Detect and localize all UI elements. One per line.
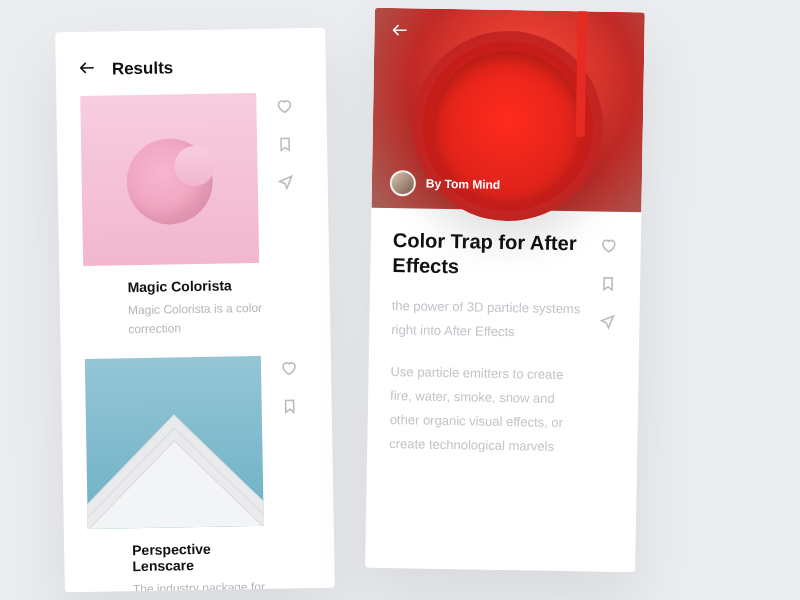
results-header: Results [55, 28, 326, 97]
article-body: Use particle emitters to create fire, wa… [389, 360, 583, 460]
article-hero: By Tom Mind [371, 8, 644, 213]
avatar [390, 170, 416, 196]
action-rail [274, 92, 303, 592]
action-rail [595, 232, 619, 461]
back-button[interactable] [392, 22, 408, 42]
building-image [85, 414, 264, 529]
back-button[interactable] [80, 60, 96, 80]
article-screen: By Tom Mind Color Trap for After Effects… [365, 8, 645, 573]
macaron-image [126, 138, 213, 225]
author-label: By Tom Mind [426, 177, 501, 192]
bookmark-icon[interactable] [282, 398, 298, 418]
result-thumbnail [80, 93, 259, 266]
article-lede: the power of 3D particle systems right i… [391, 294, 584, 345]
bookmark-icon[interactable] [277, 136, 293, 156]
result-title: Perspective Lenscare [132, 540, 269, 574]
bookmark-icon[interactable] [600, 276, 616, 296]
result-thumbnail [85, 356, 264, 529]
results-list: Magic Colorista Magic Colorista is a col… [80, 93, 269, 592]
author-byline[interactable]: By Tom Mind [390, 170, 501, 198]
heart-icon[interactable] [601, 238, 617, 258]
heart-icon[interactable] [281, 360, 297, 380]
result-card[interactable]: Perspective Lenscare The industry packag… [85, 356, 270, 592]
result-title: Magic Colorista [127, 277, 263, 295]
result-card[interactable]: Magic Colorista Magic Colorista is a col… [80, 93, 264, 345]
results-screen: Results Magic Colorista Magic Colorista … [55, 28, 335, 593]
heart-icon[interactable] [276, 98, 292, 118]
result-desc: The industry package for graphics [133, 578, 270, 592]
share-icon[interactable] [599, 314, 615, 334]
article-title: Color Trap for After Effects [392, 228, 585, 281]
share-icon[interactable] [278, 174, 294, 194]
result-desc: Magic Colorista is a color correction [128, 299, 265, 339]
page-title: Results [112, 58, 174, 79]
